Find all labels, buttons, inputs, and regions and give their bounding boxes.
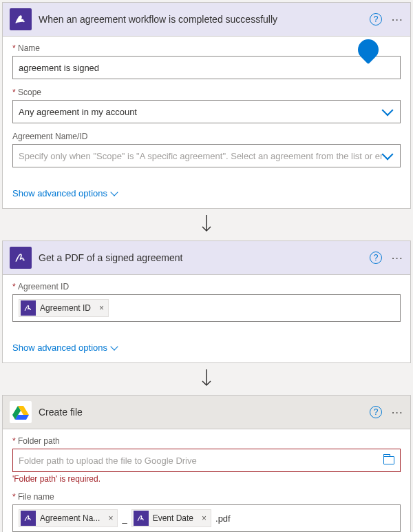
adobe-sign-icon: [21, 511, 36, 526]
folder-path-error: 'Folder path' is required.: [12, 474, 401, 484]
trigger-title: When an agreement workflow is completed …: [39, 14, 370, 25]
google-drive-icon: [10, 401, 32, 423]
name-field: Name agreement is signed: [12, 43, 401, 79]
remove-token-icon[interactable]: ×: [198, 513, 211, 523]
agreement-id-input[interactable]: Agreement ID ×: [12, 294, 401, 322]
create-file-title: Create file: [39, 407, 370, 418]
folder-path-field: Folder path Folder path to upload the fi…: [12, 436, 401, 484]
remove-token-icon[interactable]: ×: [104, 513, 117, 523]
trigger-header[interactable]: When an agreement workflow is completed …: [3, 3, 410, 37]
agreement-id-field: Agreement Name/ID Specify only when "Sco…: [12, 132, 401, 167]
adobe-sign-icon: [10, 8, 32, 30]
help-icon[interactable]: ?: [370, 13, 382, 25]
name-label: Name: [12, 43, 401, 53]
token-agreement-name[interactable]: Agreement Na... ×: [19, 509, 118, 527]
agreement-label: Agreement Name/ID: [12, 132, 401, 141]
more-icon[interactable]: ···: [392, 253, 403, 263]
file-name-label: File name: [12, 492, 401, 502]
pdf-title: Get a PDF of a signed agreement: [39, 252, 370, 263]
more-icon[interactable]: ···: [392, 14, 403, 25]
adobe-sign-icon: [134, 511, 149, 526]
agreement-id-label: Agreement ID: [12, 282, 401, 291]
connector-arrow: [0, 365, 413, 393]
folder-icon[interactable]: [383, 456, 394, 464]
adobe-sign-icon: [10, 247, 32, 269]
remove-token-icon[interactable]: ×: [95, 303, 108, 313]
action-card-create-file: Create file ? ··· Folder path Folder pat…: [2, 395, 411, 532]
action-card-pdf: Get a PDF of a signed agreement ? ··· Ag…: [2, 241, 411, 363]
chevron-down-icon: [382, 105, 394, 116]
connector-arrow: [0, 211, 413, 238]
trigger-card: When an agreement workflow is completed …: [2, 2, 411, 209]
token-event-date[interactable]: Event Date ×: [131, 509, 211, 527]
help-icon[interactable]: ?: [370, 252, 382, 264]
name-input[interactable]: agreement is signed: [12, 56, 401, 79]
folder-path-input[interactable]: Folder path to upload the file to Google…: [12, 449, 401, 472]
show-advanced-link[interactable]: Show advanced options: [3, 185, 129, 208]
scope-field: Scope Any agreement in my account: [12, 88, 401, 123]
agreement-dropdown[interactable]: Specify only when "Scope" is "A specific…: [12, 144, 401, 167]
chevron-down-icon: [110, 342, 118, 350]
agreement-id-field: Agreement ID Agreement ID ×: [12, 282, 401, 322]
pdf-header[interactable]: Get a PDF of a signed agreement ? ···: [3, 241, 410, 275]
help-icon[interactable]: ?: [370, 406, 382, 418]
folder-path-label: Folder path: [12, 436, 401, 446]
more-icon[interactable]: ···: [392, 407, 403, 418]
adobe-sign-icon: [21, 300, 36, 316]
token-agreement-id[interactable]: Agreement ID ×: [19, 299, 109, 317]
file-name-input[interactable]: Agreement Na... × _ Event Date × .pdf: [12, 504, 401, 532]
show-advanced-link[interactable]: Show advanced options: [3, 340, 129, 362]
scope-dropdown[interactable]: Any agreement in my account: [12, 100, 401, 123]
chevron-down-icon: [382, 149, 394, 161]
scope-label: Scope: [12, 88, 401, 97]
create-file-header[interactable]: Create file ? ···: [3, 396, 410, 429]
chevron-down-icon: [110, 188, 118, 196]
file-name-field: File name Agreement Na... × _ Event Date…: [12, 492, 401, 532]
